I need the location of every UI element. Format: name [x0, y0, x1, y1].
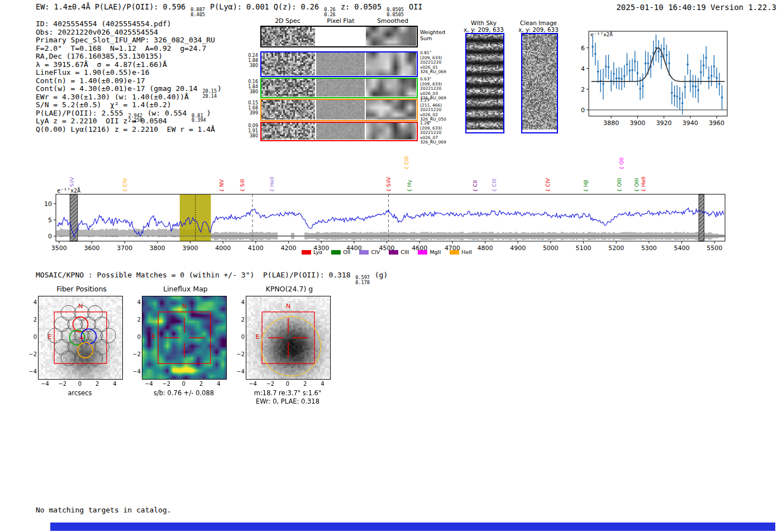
- match-text: (g): [370, 271, 388, 279]
- info-line-11: P(LAE)/P(OII): 2.555 2.9422.258 (w: 0.55…: [36, 109, 222, 118]
- data-point: [684, 86, 686, 88]
- detection-info-block: ID: 4025554554 (4025554554.pdf)Obs: 2022…: [36, 20, 222, 133]
- error-band-segment: [144, 230, 145, 236]
- right-label-line: Weighted: [420, 29, 445, 35]
- spec2d-row-4: [260, 122, 418, 141]
- panel-kpno-xlabel: m:18.7 re:3.7" s:1.6": [229, 389, 346, 397]
- error-band-segment: [65, 229, 66, 236]
- info-text: LineFlux = 1.90(±0.55)e-16: [36, 68, 150, 76]
- col-header-pixel-flat: Pixel Flat: [316, 17, 366, 25]
- image-canvas: [366, 27, 416, 46]
- panel-fiber-x-tick-label: −2: [58, 381, 67, 387]
- panel-lineflux-title: Lineflux Map: [135, 285, 236, 293]
- spec2d-row-left-label-2: 0.161.84380: [247, 79, 258, 94]
- image-canvas: [466, 34, 503, 130]
- data-point: [700, 71, 702, 73]
- error-band-segment: [56, 231, 58, 236]
- legend-swatch: [418, 250, 427, 255]
- line-label-civ: { CIV: [545, 178, 551, 192]
- match-text: MOSAIC/KPNO : Possible Matches = 0 (with…: [36, 271, 355, 279]
- info-line-9: EWr = 4.30(±1.30) (w: 1.40(±0.40))Å: [36, 93, 222, 102]
- image-canvas: [261, 123, 315, 140]
- line-label-ciii: { CIII: [491, 179, 497, 192]
- error-band-segment: [107, 229, 108, 237]
- error-band-segment: [130, 229, 132, 236]
- with-sky-cutout: [465, 33, 504, 133]
- selected-fiber-circle: [78, 343, 93, 358]
- legend-item-lyα: Lyα: [302, 249, 322, 255]
- line-label-oiii: { OIII: [616, 178, 622, 192]
- aperture-circle: [261, 317, 321, 376]
- image-canvas: [366, 100, 416, 119]
- legend-label: CIII: [400, 249, 409, 255]
- data-point: [679, 98, 681, 100]
- fiber-circle: [54, 317, 69, 332]
- error-band-segment: [98, 230, 100, 236]
- error-band-segment: [87, 230, 88, 236]
- error-band-segment: [152, 229, 154, 236]
- line-label-oii: { OII: [618, 157, 624, 170]
- header-fraction: 0.8870.405: [190, 7, 206, 17]
- panel-kpno: KPNO(24.7) gNE−4−2024−4−2024m:18.7 re:3.…: [244, 285, 366, 405]
- panel-fiber-y-tick-label: 4: [25, 299, 37, 305]
- info-sub: 0.394: [192, 118, 206, 123]
- info-text: S/N = 5.2(±0.5) χ² = 1.4(±0.2): [36, 100, 171, 109]
- header-sub: 0.0505: [387, 12, 404, 17]
- data-point: [668, 63, 670, 65]
- data-point: [721, 97, 723, 99]
- image-canvas: [366, 79, 416, 97]
- legend-swatch: [450, 250, 459, 255]
- match-fraction: 0.5970.178: [355, 275, 370, 285]
- error-band-segment: [80, 230, 82, 236]
- data-point: [676, 95, 678, 98]
- error-band-segment: [167, 230, 169, 236]
- info-text: EWr = 4.30(±1.30) (w: 1.40(±0.40))Å: [36, 93, 189, 101]
- data-point: [713, 65, 716, 68]
- error-band-segment: [61, 229, 63, 237]
- spec2d-row-left-label-3: 0.151.68399: [247, 100, 258, 116]
- panel-fiber-x-tick-label: 4: [111, 381, 120, 387]
- east-label: E: [255, 333, 259, 341]
- zoom-x-tick-label: 3900: [630, 119, 645, 127]
- spec2d-row-1: [260, 51, 418, 77]
- panel-kpno-y-tick-label: 2: [232, 317, 245, 323]
- info-line-8: Cont(w) = 4.30(±0.01)e-17 (gmag 20.14 20…: [36, 85, 222, 93]
- zoom-y-tick-label: 6: [581, 45, 585, 52]
- panel-lineflux-x-tick-label: 2: [197, 381, 206, 387]
- masked-band-hatch: [70, 194, 77, 241]
- panel-fiber-y-tick-label: 2: [25, 317, 37, 323]
- east-label: E: [151, 333, 155, 341]
- error-band-segment: [100, 229, 102, 237]
- header-fraction: 0.05050.0505: [386, 7, 404, 17]
- legend-label: OII: [343, 249, 350, 255]
- header-text: P(Lyα): 0.001 Q(z): 0.26: [206, 2, 323, 11]
- panel-fiber-x-tick-label: −4: [41, 381, 50, 387]
- header-sub: 0.26: [324, 12, 335, 17]
- error-band-segment: [83, 230, 85, 236]
- panel-fiber-y-tick-label: 0: [25, 334, 37, 340]
- line-label-siiv: { SiIV: [385, 176, 392, 192]
- info-text: ID: 4025554554 (4025554554.pdf): [36, 20, 171, 28]
- full-spectrum-plot: 3500360037003800390040004100420043004400…: [34, 142, 754, 261]
- info-fraction: 0.810.394: [191, 113, 207, 123]
- spec2d-row-0: [260, 26, 418, 47]
- panel-kpno-xlabel2: EWr: 0, PLAE: 0.318: [229, 397, 346, 405]
- left-label-line: 1.68: [247, 106, 258, 111]
- error-band-segment: [113, 229, 115, 237]
- main-x-tick-label: 5000: [543, 245, 559, 252]
- main-x-tick-label: 3700: [117, 245, 132, 252]
- legend-swatch: [302, 250, 311, 255]
- main-x-tick-label: 5200: [608, 245, 624, 252]
- data-point: [594, 53, 597, 55]
- header-fraction: 0.260.26: [323, 7, 336, 17]
- data-point: [642, 85, 644, 87]
- panel-lineflux-x-tick-label: −4: [145, 381, 154, 387]
- elixer-report-page: { "meta": {"datetime": "2025-01-10 16:40…: [0, 0, 782, 532]
- header-text: EW: 1.4±0.4Å P(LAE)/P(OII): 0.596: [36, 2, 190, 11]
- fiber-circle: [61, 328, 76, 343]
- panel-kpno-x-tick-label: 4: [318, 381, 327, 387]
- panel-fiber-y-tick-label: −2: [25, 351, 37, 357]
- error-band-segment: [154, 229, 155, 236]
- error-band-segment: [150, 230, 152, 236]
- emission-line-zoom-plot: 388039003920394039600246: [581, 27, 737, 134]
